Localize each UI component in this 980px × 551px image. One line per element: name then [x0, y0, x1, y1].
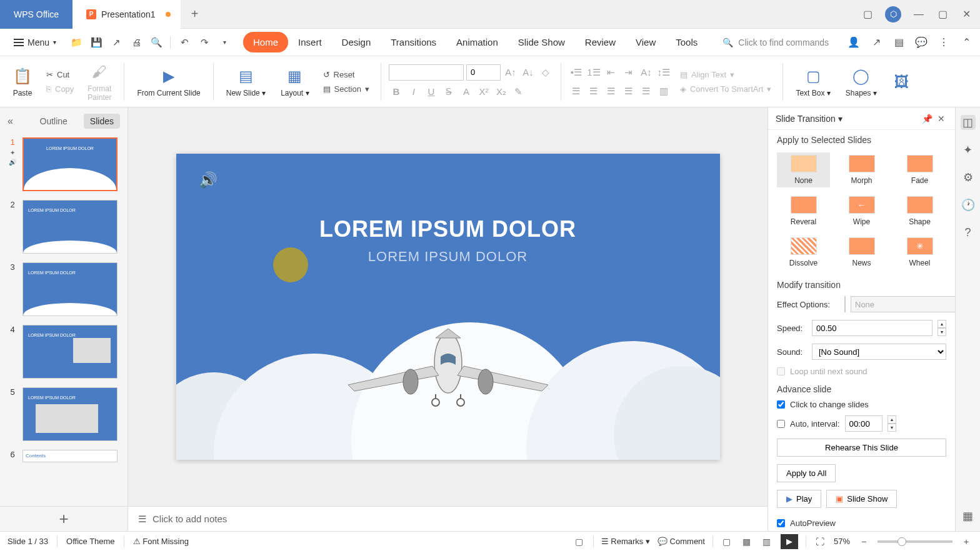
add-slide-button[interactable]: + — [0, 506, 128, 531]
text-direction-button[interactable]: A↕ — [639, 65, 654, 80]
notes-bar[interactable]: ☰ Click to add notes — [128, 506, 768, 531]
tab-view[interactable]: View — [626, 32, 666, 52]
line-spacing-button[interactable]: ↕☰ — [656, 65, 671, 80]
qat-more-icon[interactable]: ▾ — [218, 36, 231, 49]
auto-checkbox[interactable] — [777, 420, 785, 428]
cut-button[interactable]: ✂Cut — [42, 69, 78, 81]
bullets-button[interactable]: •☰ — [569, 65, 584, 80]
text-box-button[interactable]: ▢ Text Box ▾ — [791, 64, 835, 100]
columns-button[interactable]: ▥ — [656, 84, 671, 99]
reset-button[interactable]: ↺Reset — [319, 69, 373, 81]
grid-pane-icon[interactable]: ▦ — [961, 509, 976, 524]
transition-news[interactable]: News — [835, 235, 888, 270]
zoom-slider[interactable] — [878, 540, 952, 543]
sound-select[interactable]: [No Sound] — [812, 344, 946, 360]
format-painter-button[interactable]: 🖌 Format Painter — [82, 59, 116, 104]
interval-spinner[interactable]: ▴▾ — [888, 415, 896, 432]
underline-button[interactable]: U — [424, 84, 439, 99]
remarks-button[interactable]: ☰ Remarks ▾ — [601, 537, 650, 546]
slide-thumbnail[interactable]: LOREM IPSUM DOLOR — [22, 137, 118, 191]
open-icon[interactable]: 📁 — [70, 36, 82, 49]
speed-input[interactable] — [812, 320, 932, 336]
shapes-button[interactable]: ◯ Shapes ▾ — [841, 64, 882, 100]
animation-pane-icon[interactable]: ✦ — [961, 142, 976, 157]
audio-object-icon[interactable]: 🔊 — [199, 171, 218, 189]
share-icon[interactable]: ↗ — [870, 36, 882, 49]
normal-view-icon[interactable]: ▢ — [721, 535, 733, 548]
feedback-icon[interactable]: 💬 — [915, 36, 928, 49]
align-right-button[interactable]: ☰ — [604, 84, 619, 99]
zoom-in-button[interactable]: + — [960, 535, 972, 548]
superscript-button[interactable]: X² — [476, 84, 491, 99]
slide-thumbnail[interactable]: LOREM IPSUM DOLOR — [22, 387, 118, 441]
minimize-icon[interactable]: — — [912, 8, 925, 21]
transition-dissolve[interactable]: Dissolve — [777, 235, 830, 270]
tab-review[interactable]: Review — [575, 32, 626, 52]
font-missing-warning[interactable]: ⚠ Font Missing — [133, 537, 189, 546]
play-button[interactable]: ▶Play — [777, 490, 821, 508]
strikethrough-button[interactable]: S̶ — [441, 84, 456, 99]
maximize-icon[interactable]: ▢ — [936, 8, 949, 21]
decrease-font-icon[interactable]: A↓ — [521, 65, 536, 80]
effect-options-select[interactable] — [851, 296, 964, 312]
reading-view-icon[interactable]: ▥ — [761, 535, 773, 548]
decrease-indent-button[interactable]: ⇤ — [604, 65, 619, 80]
bold-button[interactable]: B — [389, 84, 404, 99]
convert-smartart-button[interactable]: ◈Convert To SmartArt ▾ — [676, 83, 776, 95]
print-icon[interactable]: 🖨 — [130, 36, 142, 49]
slide-thumbnail[interactable]: Contents — [22, 450, 118, 462]
transition-morph[interactable]: Morph — [835, 152, 888, 187]
align-center-button[interactable]: ☰ — [586, 84, 601, 99]
slide-thumbnail[interactable]: LOREM IPSUM DOLOR — [22, 262, 118, 316]
account-icon[interactable]: 👤 — [848, 36, 860, 49]
zoom-value[interactable]: 57% — [834, 537, 850, 546]
fit-slide-icon[interactable]: ⛶ — [814, 535, 826, 548]
zoom-out-button[interactable]: − — [858, 535, 870, 548]
autopreview-checkbox[interactable] — [777, 519, 785, 527]
window-layout-icon[interactable]: ▢ — [861, 8, 874, 21]
slide-show-button[interactable]: ▣Slide Show — [826, 490, 897, 508]
tab-slide-show[interactable]: Slide Show — [508, 32, 575, 52]
print-preview-icon[interactable]: 🔍 — [150, 36, 162, 49]
collapse-ribbon-icon[interactable]: ⌃ — [960, 36, 972, 49]
help-pane-icon[interactable]: ? — [961, 225, 976, 240]
menu-button[interactable]: Menu ▾ — [8, 35, 62, 50]
speed-spinner[interactable]: ▴▾ — [938, 320, 946, 336]
highlight-button[interactable]: ✎ — [511, 84, 526, 99]
new-slide-button[interactable]: ▤ New Slide ▾ — [221, 64, 271, 100]
section-button[interactable]: ▤Section ▾ — [319, 83, 373, 95]
undo-icon[interactable]: ↶ — [178, 36, 191, 49]
template-icon[interactable]: ▤ — [892, 36, 905, 49]
slide-subtitle[interactable]: LOREM IPSUM DOLOR — [176, 249, 720, 265]
increase-font-icon[interactable]: A↑ — [503, 65, 518, 80]
transition-fade[interactable]: Fade — [893, 152, 946, 187]
paste-button[interactable]: 📋 Paste — [8, 64, 38, 100]
click-checkbox[interactable] — [777, 400, 785, 409]
transition-shape[interactable]: Shape — [893, 194, 946, 229]
pin-icon[interactable]: 📌 — [919, 114, 935, 124]
increase-indent-button[interactable]: ⇥ — [621, 65, 636, 80]
auto-interval-input[interactable] — [845, 415, 882, 432]
wps-cloud-icon[interactable]: ⬡ — [885, 6, 901, 22]
collapse-sidebar-icon[interactable]: « — [8, 116, 13, 127]
close-icon[interactable]: ✕ — [960, 8, 972, 21]
tab-home[interactable]: Home — [243, 32, 288, 52]
tab-tools[interactable]: Tools — [666, 32, 708, 52]
history-pane-icon[interactable]: 🕐 — [961, 197, 976, 212]
loop-checkbox[interactable] — [777, 367, 785, 375]
font-size-input[interactable] — [466, 64, 501, 81]
transition-wipe[interactable]: ←Wipe — [835, 194, 888, 229]
layout-button[interactable]: ▦ Layout ▾ — [276, 64, 314, 100]
new-tab-button[interactable]: + — [186, 5, 204, 24]
slide-thumbnail[interactable]: LOREM IPSUM DOLOR — [22, 200, 118, 254]
transition-reveral[interactable]: Reveral — [777, 194, 830, 229]
from-current-slide-button[interactable]: ▶ From Current Slide — [132, 64, 205, 100]
slides-tab[interactable]: Slides — [84, 114, 120, 129]
outline-tab[interactable]: Outline — [34, 114, 74, 129]
picture-button[interactable]: 🖼 — [887, 69, 917, 94]
copy-button[interactable]: ⎘Copy — [42, 83, 78, 95]
numbering-button[interactable]: 1☰ — [586, 65, 601, 80]
document-tab[interactable]: P Presentation1 — [72, 0, 180, 29]
transition-wheel[interactable]: ✳Wheel — [893, 235, 946, 270]
redo-icon[interactable]: ↷ — [198, 36, 211, 49]
